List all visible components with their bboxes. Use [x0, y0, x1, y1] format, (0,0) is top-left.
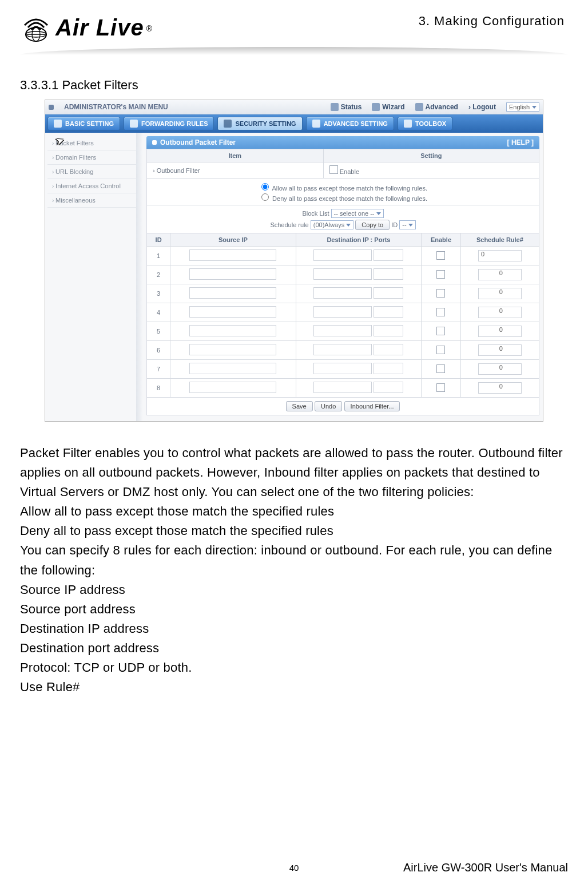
dest-ip-input[interactable] — [313, 306, 372, 318]
language-select[interactable]: English — [506, 102, 539, 112]
source-ip-input[interactable] — [189, 306, 276, 318]
source-ip-input[interactable] — [189, 287, 276, 299]
schedule-rule-input[interactable]: 0 — [478, 288, 522, 299]
help-link[interactable]: [ HELP ] — [507, 138, 534, 146]
rule-row: 7 0 — [147, 360, 539, 379]
dest-port-input[interactable] — [374, 306, 403, 318]
dest-ip-input[interactable] — [313, 344, 372, 355]
schedule-rule-input[interactable]: 0 — [478, 307, 522, 318]
dest-ip-input[interactable] — [313, 325, 372, 336]
rule-row: 3 0 — [147, 284, 539, 303]
rule-row: 8 0 — [147, 379, 539, 398]
manual-title: AirLive GW-300R User's Manual — [403, 861, 568, 874]
page-footer: 40 AirLive GW-300R User's Manual — [20, 861, 568, 874]
col-enable: Enable — [422, 233, 461, 247]
rule-enable-checkbox[interactable] — [436, 308, 445, 316]
settings-table: Item Setting › Outbound Filter Enable Al… — [146, 149, 539, 233]
schedule-rule-input[interactable]: 0 — [478, 269, 522, 280]
source-ip-input[interactable] — [189, 249, 276, 261]
rules-table: ID Source IP Destination IP : Ports Enab… — [146, 233, 539, 398]
body-paragraph: Deny all to pass except those match the … — [20, 521, 568, 541]
radio-allow[interactable] — [261, 183, 269, 191]
col-source-ip: Source IP — [170, 233, 296, 247]
dest-port-input[interactable] — [374, 287, 403, 299]
panel-title-bar: Outbound Packet Filter [ HELP ] — [146, 136, 539, 149]
schedule-rule-label: Schedule rule — [270, 221, 308, 228]
enable-checkbox[interactable] — [329, 165, 338, 174]
sidebar-item-domain-filters[interactable]: Domain Filters — [47, 150, 136, 165]
radio-deny[interactable] — [261, 193, 269, 201]
save-button[interactable]: Save — [286, 401, 313, 411]
source-ip-input[interactable] — [189, 344, 276, 355]
dest-port-input[interactable] — [374, 268, 403, 280]
tab-advanced-setting[interactable]: ADVANCED SETTING — [306, 117, 394, 130]
source-ip-input[interactable] — [189, 363, 276, 374]
row-outbound-filter-label: › Outbound Filter — [147, 162, 324, 179]
dest-port-input[interactable] — [374, 382, 403, 393]
radio-deny-label: Deny all to pass except those match the … — [272, 195, 427, 202]
dest-ip-input[interactable] — [313, 249, 372, 261]
body-paragraph: Destination IP address — [20, 619, 568, 639]
rule-row: 5 0 — [147, 322, 539, 341]
inbound-filter-button[interactable]: Inbound Filter... — [344, 401, 400, 411]
wizard-icon — [372, 103, 380, 111]
sidebar-item-miscellaneous[interactable]: Miscellaneous — [47, 193, 136, 208]
rule-enable-checkbox[interactable] — [436, 289, 445, 298]
body-text: Packet Filter enables you to control wha… — [20, 443, 568, 697]
schedule-rule-input[interactable]: 0 — [478, 326, 522, 337]
col-setting: Setting — [323, 149, 539, 162]
chevron-down-icon — [532, 106, 537, 109]
dest-ip-input[interactable] — [313, 382, 372, 393]
copy-to-button[interactable]: Copy to — [355, 220, 390, 230]
rule-enable-checkbox[interactable] — [436, 327, 445, 335]
col-item: Item — [147, 149, 324, 162]
panel-title: Outbound Packet Filter — [160, 138, 236, 146]
nav-advanced[interactable]: Advanced — [415, 103, 458, 111]
schedule-rule-input[interactable]: 0 — [478, 250, 522, 261]
dest-port-input[interactable] — [374, 344, 403, 355]
tab-basic-setting[interactable]: BASIC SETTING — [47, 117, 120, 130]
block-list-select[interactable]: -- select one -- — [331, 209, 384, 218]
dest-port-input[interactable] — [374, 249, 403, 261]
copy-to-id-select[interactable]: -- — [399, 220, 415, 229]
nav-wizard[interactable]: Wizard — [372, 103, 404, 111]
sidebar-item-url-blocking[interactable]: URL Blocking — [47, 165, 136, 179]
dest-ip-input[interactable] — [313, 363, 372, 374]
admin-menu-title: ADMINISTRATOR's MAIN MENU — [64, 103, 168, 111]
rule-enable-checkbox[interactable] — [436, 346, 445, 354]
dest-port-input[interactable] — [374, 325, 403, 336]
block-list-label: Block List — [302, 210, 329, 217]
sidebar-rail — [136, 133, 143, 421]
status-icon — [331, 103, 339, 111]
tab-forwarding-rules[interactable]: FORWARDING RULES — [124, 117, 214, 130]
tab-toolbox[interactable]: TOOLBOX — [398, 117, 452, 130]
body-paragraph: Use Rule# — [20, 677, 568, 697]
rule-enable-checkbox[interactable] — [436, 383, 445, 392]
advanced-icon — [415, 103, 423, 111]
source-ip-input[interactable] — [189, 325, 276, 336]
dest-port-input[interactable] — [374, 363, 403, 374]
rule-enable-checkbox[interactable] — [436, 270, 445, 279]
nav-logout[interactable]: › Logout — [468, 103, 496, 111]
header-divider — [20, 47, 568, 55]
schedule-rule-select[interactable]: (00)Always — [311, 220, 353, 229]
router-ui-screenshot: ➤ ADMINISTRATOR's MAIN MENU Status Wizar… — [45, 100, 543, 422]
security-sidebar: Packet Filters Domain Filters URL Blocki… — [45, 133, 136, 421]
source-ip-input[interactable] — [189, 382, 276, 393]
source-ip-input[interactable] — [189, 268, 276, 280]
dest-ip-input[interactable] — [313, 287, 372, 299]
undo-button[interactable]: Undo — [315, 401, 342, 411]
schedule-rule-input[interactable]: 0 — [478, 382, 522, 394]
rule-enable-checkbox[interactable] — [436, 251, 445, 260]
schedule-rule-input[interactable]: 0 — [478, 344, 522, 356]
tab-security-setting[interactable]: SECURITY SETTING — [217, 117, 302, 130]
chevron-down-icon — [346, 224, 351, 227]
sidebar-item-internet-access-control[interactable]: Internet Access Control — [47, 179, 136, 193]
rule-enable-checkbox[interactable] — [436, 364, 445, 373]
nav-status[interactable]: Status — [331, 103, 362, 111]
dest-ip-input[interactable] — [313, 268, 372, 280]
tab-icon — [404, 120, 412, 128]
chapter-title: 3. Making Configuration — [419, 11, 568, 29]
schedule-rule-input[interactable]: 0 — [478, 363, 522, 375]
menu-bullet-icon — [49, 105, 54, 110]
